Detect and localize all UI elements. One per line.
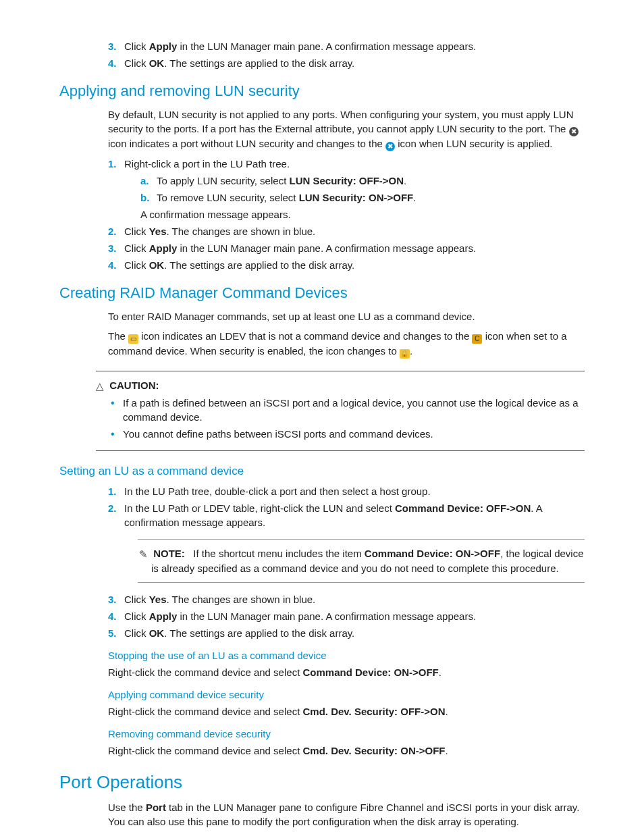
ldev-secured-command-icon: 🔒 (400, 349, 410, 359)
list-item: 3. Click Yes. The changes are shown in b… (108, 592, 585, 606)
heading-setting-lu-command-device: Setting an LU as a command device (59, 463, 585, 479)
list-item: a. To apply LUN security, select LUN Sec… (140, 174, 585, 188)
list-item: 3. Click Apply in the LUN Manager main p… (108, 241, 585, 255)
heading-applying-lun-security: Applying and removing LUN security (59, 81, 585, 102)
heading-applying-cmd-security: Applying command device security (108, 687, 585, 702)
heading-stopping-lu-command: Stopping the use of an LU as a command d… (108, 648, 585, 662)
paragraph: Right-click the command device and selec… (108, 744, 585, 758)
list-item: You cannot define paths between iSCSI po… (108, 427, 585, 441)
procedure-list: 1. Right-click a port in the LU Path tre… (108, 157, 585, 272)
list-item: b. To remove LUN security, select LUN Se… (140, 190, 585, 205)
ldev-command-icon: C (472, 334, 482, 344)
procedure-list: 1. In the LU Path tree, double-click a p… (108, 484, 585, 640)
list-item: 5. Click OK. The settings are applied to… (108, 626, 585, 640)
list-item: 2. Click Yes. The changes are shown in b… (108, 224, 585, 238)
list-item: 1. Right-click a port in the LU Path tre… (108, 157, 585, 221)
caution-callout: △ CAUTION: If a path is defined between … (96, 371, 585, 451)
list-item: 4. Click Apply in the LUN Manager main p… (108, 609, 585, 623)
top-continued-list: 3. Click Apply in the LUN Manager main p… (108, 39, 585, 70)
list-item: 4. Click OK. The settings are applied to… (108, 258, 585, 272)
paragraph: By default, LUN security is not applied … (108, 107, 585, 151)
paragraph: To enter RAID Manager commands, set up a… (108, 309, 585, 323)
paragraph: Use the Port tab in the LUN Manager pane… (108, 800, 585, 829)
note-callout: ✎ NOTE: If the shortcut menu includes th… (138, 539, 585, 583)
heading-creating-raid-devices: Creating RAID Manager Command Devices (59, 283, 585, 304)
note-icon: ✎ (139, 547, 148, 561)
paragraph: Right-click the command device and selec… (108, 665, 585, 679)
port-no-security-icon: ✖ (569, 127, 579, 136)
list-item: If a path is defined between an iSCSI po… (108, 396, 585, 424)
list-item: 3. Click Apply in the LUN Manager main p… (108, 39, 585, 53)
heading-port-operations: Port Operations (59, 770, 585, 794)
paragraph: The ▭ icon indicates an LDEV that is not… (108, 329, 585, 359)
heading-removing-cmd-security: Removing command device security (108, 727, 585, 741)
ldev-non-command-icon: ▭ (128, 334, 138, 344)
port-with-security-icon: ✖ (385, 142, 395, 151)
list-item: 1. In the LU Path tree, double-click a p… (108, 484, 585, 498)
caution-icon: △ (96, 379, 104, 393)
list-item: 4. Click OK. The settings are applied to… (108, 56, 585, 70)
list-item: 2. In the LU Path or LDEV table, right-c… (108, 501, 585, 583)
paragraph: Right-click the command device and selec… (108, 704, 585, 719)
